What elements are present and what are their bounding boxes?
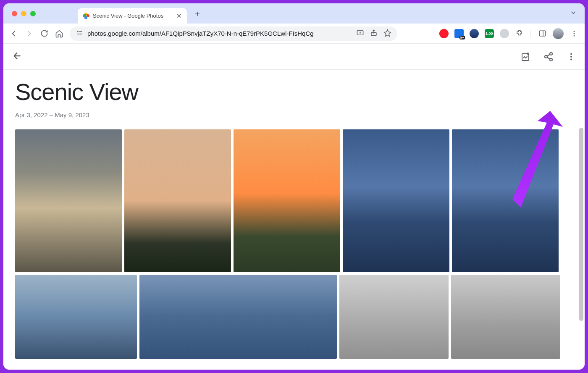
svg-point-16 (570, 55, 572, 57)
extension-grey-icon[interactable] (500, 29, 509, 38)
photo-thumbnail[interactable] (343, 129, 449, 272)
album-toolbar (3, 44, 585, 70)
chrome-menu-button[interactable] (570, 29, 579, 38)
svg-rect-1 (79, 31, 82, 32)
url-text: photos.google.com/album/AF1QipPSnvjaTZyX… (87, 30, 314, 37)
photo-thumbnail[interactable] (452, 129, 559, 272)
photo-thumbnail[interactable] (234, 129, 340, 272)
album-title: Scenic View (15, 78, 573, 105)
extension-green-icon[interactable]: 1.00 (485, 29, 494, 38)
svg-point-15 (570, 53, 572, 55)
tab-search-button[interactable] (570, 9, 577, 18)
photo-grid-row (15, 275, 573, 359)
window-controls (12, 11, 36, 16)
extension-controller-icon[interactable] (470, 29, 479, 38)
album-body: Scenic View Apr 3, 2022 – May 9, 2023 (3, 70, 585, 370)
album-back-button[interactable] (12, 50, 23, 63)
bookmark-icon[interactable] (383, 29, 391, 38)
photo-thumbnail[interactable] (451, 275, 560, 359)
page-content: Scenic View Apr 3, 2022 – May 9, 2023 (3, 44, 585, 370)
extensions-button[interactable] (515, 29, 524, 38)
share-page-icon[interactable] (370, 29, 378, 38)
album-actions (521, 52, 576, 62)
install-app-icon[interactable] (356, 29, 364, 38)
svg-point-17 (570, 58, 572, 60)
share-button[interactable] (543, 52, 554, 62)
close-tab-icon[interactable]: ✕ (176, 12, 182, 20)
svg-point-14 (550, 58, 552, 61)
photo-thumbnail[interactable] (339, 275, 449, 359)
extensions-area: 1.00 | (439, 28, 579, 39)
reload-button[interactable] (39, 29, 49, 38)
forward-button[interactable] (24, 29, 34, 38)
svg-point-12 (550, 53, 552, 55)
tab-title: Scenic View - Google Photos (93, 13, 163, 19)
maximize-window-button[interactable] (30, 11, 36, 16)
svg-point-13 (545, 55, 547, 58)
extension-opera-icon[interactable] (439, 29, 449, 38)
photo-grid (15, 129, 573, 272)
svg-point-2 (80, 34, 81, 35)
browser-window: Scenic View - Google Photos ✕ ＋ photos.g… (3, 3, 585, 370)
svg-rect-3 (77, 34, 80, 34)
address-bar[interactable]: photos.google.com/album/AF1QipPSnvjaTZyX… (70, 26, 397, 41)
more-options-button[interactable] (566, 52, 576, 62)
browser-toolbar: photos.google.com/album/AF1QipPSnvjaTZyX… (3, 24, 585, 44)
add-photos-button[interactable] (521, 52, 531, 62)
photo-thumbnail[interactable] (139, 275, 337, 359)
tab-strip: Scenic View - Google Photos ✕ ＋ (3, 3, 585, 24)
svg-point-8 (574, 31, 575, 32)
minimize-window-button[interactable] (21, 11, 26, 16)
close-window-button[interactable] (12, 11, 17, 16)
browser-tab[interactable]: Scenic View - Google Photos ✕ (78, 8, 187, 24)
svg-rect-6 (539, 31, 545, 36)
photo-thumbnail[interactable] (15, 275, 137, 359)
svg-point-10 (574, 35, 575, 36)
back-button[interactable] (9, 29, 18, 38)
google-photos-favicon-icon (83, 13, 89, 19)
svg-point-0 (77, 31, 79, 32)
scrollbar[interactable] (579, 128, 583, 321)
side-panel-button[interactable] (538, 29, 547, 38)
photo-thumbnail[interactable] (124, 129, 231, 272)
site-settings-icon[interactable] (76, 29, 83, 38)
svg-point-9 (574, 33, 575, 34)
album-date-range: Apr 3, 2022 – May 9, 2023 (15, 111, 573, 118)
new-tab-button[interactable]: ＋ (191, 7, 204, 20)
extension-blue-icon[interactable] (454, 29, 464, 38)
home-button[interactable] (55, 29, 64, 38)
profile-avatar[interactable] (553, 28, 564, 39)
photo-thumbnail[interactable] (15, 129, 122, 272)
